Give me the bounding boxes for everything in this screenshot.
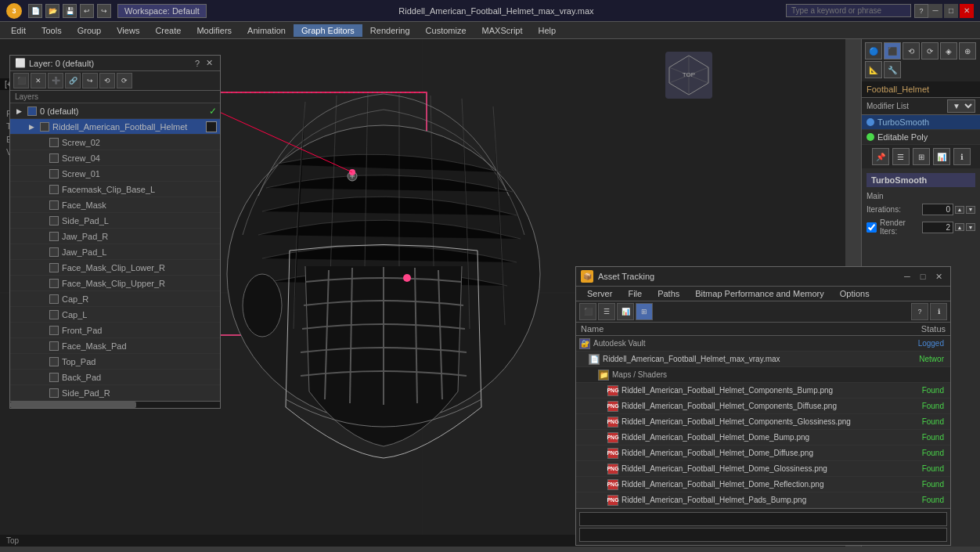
modifier-editpoly[interactable]: Editable Poly: [862, 130, 980, 145]
menu-edit[interactable]: Edit: [3, 24, 34, 37]
asset-row[interactable]: PNGRiddell_American_Football_Helmet_Comp…: [576, 414, 950, 430]
rp-btn-3[interactable]: ⟲: [903, 42, 920, 60]
lt-btn-5[interactable]: ↪: [82, 73, 98, 88]
redo-btn[interactable]: ↪: [97, 4, 111, 18]
menu-graph-editors[interactable]: Graph Editors: [294, 24, 362, 37]
layer-item[interactable]: Side_Pad_L: [10, 213, 220, 229]
at-btn-2[interactable]: ☰: [598, 303, 615, 320]
asset-menu-file[interactable]: File: [620, 287, 650, 301]
modifier-dropdown[interactable]: ▼: [947, 99, 975, 113]
menu-views[interactable]: Views: [109, 24, 147, 37]
layer-item[interactable]: Screw_02: [10, 135, 220, 150]
rp-btn-6[interactable]: ⊕: [959, 42, 976, 60]
title-search-input[interactable]: [786, 4, 911, 17]
rp-list-btn[interactable]: ☰: [892, 148, 910, 165]
asset-row[interactable]: 🔐Autodesk VaultLogged: [576, 336, 950, 352]
maximize-btn[interactable]: □: [944, 4, 958, 18]
workspace-selector[interactable]: Workspace: Default: [117, 4, 207, 18]
asset-menu-paths[interactable]: Paths: [650, 287, 687, 301]
layer-panel-close-btn[interactable]: ✕: [204, 58, 215, 68]
asset-maximize-btn[interactable]: □: [916, 269, 930, 283]
rp-btn-2[interactable]: ⬛: [884, 42, 901, 60]
lt-btn-1[interactable]: ⬛: [13, 73, 29, 88]
layer-item[interactable]: Face_Mask_Pad: [10, 338, 220, 354]
rp-pin-btn[interactable]: 📌: [872, 148, 889, 165]
layer-item[interactable]: Cap_R: [10, 291, 220, 307]
menu-maxscript[interactable]: MAXScript: [474, 24, 531, 37]
asset-row[interactable]: 📄Riddell_American_Football_Helmet_max_vr…: [576, 352, 950, 367]
rp-btn-1[interactable]: 🔵: [865, 42, 882, 60]
asset-menu-server[interactable]: Server: [579, 287, 620, 301]
asset-close-btn[interactable]: ✕: [931, 269, 946, 283]
rp-btn-4[interactable]: ⟳: [921, 42, 939, 60]
turbos-iters-down[interactable]: ▼: [966, 206, 975, 214]
rp-btn-7[interactable]: 📐: [865, 61, 882, 78]
asset-row[interactable]: PNGRiddell_American_Football_Helmet_Comp…: [576, 399, 950, 414]
lt-btn-3[interactable]: ➕: [48, 73, 63, 88]
layer-item[interactable]: Screw_04: [10, 150, 220, 166]
layer-item[interactable]: Face_Mask: [10, 197, 220, 213]
asset-row[interactable]: PNGRiddell_American_Football_Helmet_Comp…: [576, 383, 950, 399]
asset-menu-options[interactable]: Options: [832, 287, 877, 301]
layer-panel-help-btn[interactable]: ?: [193, 58, 202, 68]
menu-rendering[interactable]: Rendering: [362, 24, 418, 37]
rp-grid-btn[interactable]: ⊞: [913, 148, 930, 165]
turbos-render-up[interactable]: ▲: [955, 223, 964, 231]
layer-item[interactable]: Cap_L: [10, 307, 220, 323]
rp-btn-5[interactable]: ◈: [940, 42, 957, 60]
menu-tools[interactable]: Tools: [34, 24, 70, 37]
layer-item[interactable]: Front_Pad: [10, 323, 220, 338]
at-help-btn[interactable]: ?: [911, 303, 928, 320]
turbos-iters-up[interactable]: ▲: [955, 206, 964, 214]
rp-info-btn[interactable]: ℹ: [953, 148, 971, 165]
asset-row[interactable]: PNGRiddell_American_Football_Helmet_Dome…: [576, 446, 950, 461]
menu-animation[interactable]: Animation: [240, 24, 294, 37]
new-file-btn[interactable]: 📄: [28, 4, 42, 18]
menu-help[interactable]: Help: [531, 24, 564, 37]
lt-btn-7[interactable]: ⟳: [117, 73, 132, 88]
at-btn-4[interactable]: ⊞: [636, 303, 653, 320]
asset-row[interactable]: PNGRiddell_American_Football_Helmet_Pads…: [576, 492, 950, 508]
rp-chart-btn[interactable]: 📊: [933, 148, 950, 165]
layer-item[interactable]: Back_Pad: [10, 370, 220, 385]
menu-modifiers[interactable]: Modifiers: [189, 24, 240, 37]
open-file-btn[interactable]: 📂: [45, 4, 59, 18]
minimize-btn[interactable]: ─: [928, 4, 942, 18]
asset-row[interactable]: 📁Maps / Shaders: [576, 367, 950, 383]
turbos-render-checkbox[interactable]: [867, 222, 877, 233]
layer-item[interactable]: Jaw_Pad_L: [10, 244, 220, 260]
lt-btn-4[interactable]: 🔗: [65, 73, 81, 88]
asset-menu-bitmap[interactable]: Bitmap Performance and Memory: [687, 287, 831, 301]
at-btn-3[interactable]: 📊: [617, 303, 634, 320]
layer-item[interactable]: Side_Pad_R: [10, 385, 220, 401]
turbos-render-input[interactable]: [922, 222, 953, 233]
close-btn[interactable]: ✕: [960, 4, 974, 18]
layer-item[interactable]: Top_Pad: [10, 354, 220, 370]
layer-list[interactable]: ▶0 (default)✓▶Riddell_American_Football_…: [10, 103, 220, 401]
menu-customize[interactable]: Customize: [418, 24, 474, 37]
turbos-iters-input[interactable]: [922, 204, 953, 215]
layer-item[interactable]: Face_Mask_Clip_Upper_R: [10, 276, 220, 291]
modifier-turbos[interactable]: TurboSmooth: [862, 115, 980, 130]
layer-item[interactable]: Facemask_Clip_Base_L: [10, 182, 220, 197]
asset-minimize-btn[interactable]: ─: [900, 269, 914, 283]
at-info-btn[interactable]: ℹ: [930, 303, 947, 320]
layer-item[interactable]: ▶0 (default)✓: [10, 103, 220, 119]
at-btn-1[interactable]: ⬛: [579, 303, 596, 320]
turbos-render-down[interactable]: ▼: [966, 223, 975, 231]
help-btn[interactable]: ?: [914, 4, 928, 18]
layer-item[interactable]: Jaw_Pad_R: [10, 229, 220, 244]
navigation-cube[interactable]: TOP: [665, 52, 712, 99]
asset-row[interactable]: PNGRiddell_American_Football_Helmet_Dome…: [576, 477, 950, 492]
asset-row[interactable]: PNGRiddell_American_Football_Helmet_Dome…: [576, 430, 950, 446]
rp-btn-8[interactable]: 🔧: [884, 61, 901, 78]
layer-item[interactable]: Screw_01: [10, 166, 220, 182]
layer-item[interactable]: Face_Mask_Clip_Lower_R: [10, 260, 220, 276]
asset-list[interactable]: 🔐Autodesk VaultLogged📄Riddell_American_F…: [576, 336, 950, 508]
lt-btn-2[interactable]: ✕: [31, 73, 46, 88]
menu-create[interactable]: Create: [147, 24, 189, 37]
menu-group[interactable]: Group: [70, 24, 110, 37]
undo-btn[interactable]: ↩: [80, 4, 94, 18]
asset-row[interactable]: PNGRiddell_American_Football_Helmet_Dome…: [576, 461, 950, 477]
save-file-btn[interactable]: 💾: [63, 4, 77, 18]
